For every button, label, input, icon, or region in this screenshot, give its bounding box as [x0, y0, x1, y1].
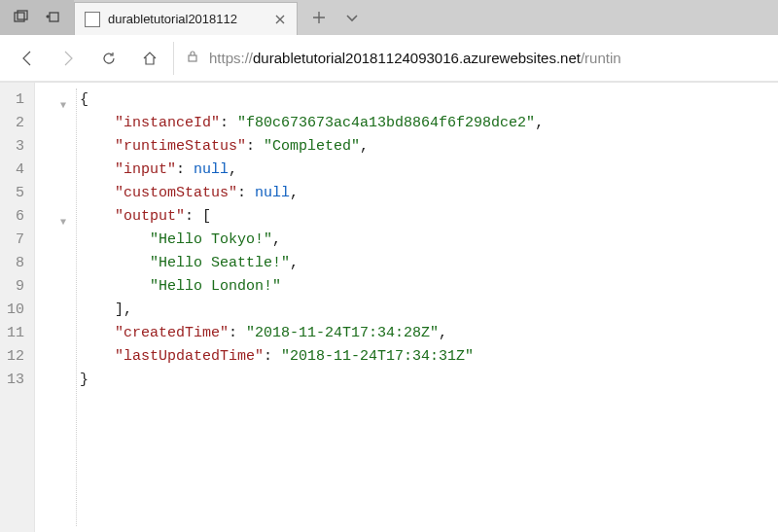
code-line: "Hello Tokyo!", — [35, 229, 778, 252]
code-line: "createdTime": "2018-11-24T17:34:28Z", — [35, 322, 778, 345]
url-path: /runtin — [581, 50, 621, 66]
lock-icon — [186, 50, 199, 66]
browser-navbar: https://durabletutorial20181124093016.az… — [0, 35, 778, 82]
svg-rect-2 — [50, 13, 58, 21]
line-number: 3 — [6, 135, 24, 159]
tab-favicon — [85, 12, 100, 27]
json-code[interactable]: ▼{ "instanceId": "f80c673673ac4a13bd8864… — [35, 83, 778, 532]
code-line: "instanceId": "f80c673673ac4a13bd8864f6f… — [35, 112, 778, 135]
code-line: ▼{ — [35, 89, 778, 112]
line-number: 13 — [6, 369, 24, 392]
line-number: 12 — [6, 345, 24, 369]
line-number-gutter: 1 2 3 4 5 6 7 8 9 10 11 12 13 — [0, 83, 35, 532]
code-line: "Hello Seattle!", — [35, 252, 778, 275]
svg-rect-3 — [189, 55, 196, 61]
line-number: 8 — [6, 252, 24, 275]
code-line: "runtimeStatus": "Completed", — [35, 135, 778, 159]
home-button[interactable] — [132, 41, 167, 76]
line-number: 4 — [6, 159, 24, 182]
set-aside-icon[interactable] — [37, 0, 70, 35]
url-protocol: https:// — [209, 50, 253, 66]
tab-title: durabletutorial2018112 — [108, 12, 265, 26]
url-host: durabletutorial20181124093016.azurewebsi… — [253, 50, 581, 66]
close-tab-button[interactable] — [273, 13, 287, 26]
tab-groups-icon[interactable] — [4, 0, 37, 35]
refresh-button[interactable] — [91, 41, 126, 76]
tabbar-right — [298, 0, 362, 35]
line-number: 7 — [6, 229, 24, 252]
line-number: 10 — [6, 299, 24, 322]
line-number: 9 — [6, 275, 24, 299]
back-button[interactable] — [10, 41, 45, 76]
code-line: ▼ "output": [ — [35, 205, 778, 229]
code-line: "input": null, — [35, 159, 778, 182]
code-line: ], — [35, 299, 778, 322]
line-number: 1 — [6, 89, 24, 112]
forward-button[interactable] — [51, 41, 86, 76]
url-text: https://durabletutorial20181124093016.az… — [209, 50, 621, 66]
code-line: "lastUpdatedTime": "2018-11-24T17:34:31Z… — [35, 345, 778, 369]
address-bar[interactable]: https://durabletutorial20181124093016.az… — [173, 42, 768, 75]
line-number: 5 — [6, 182, 24, 205]
active-tab[interactable]: durabletutorial2018112 — [74, 2, 298, 35]
browser-tabbar: durabletutorial2018112 — [0, 0, 778, 35]
code-line: } — [35, 369, 778, 392]
code-line: "Hello London!" — [35, 275, 778, 299]
line-number: 2 — [6, 112, 24, 135]
tab-actions-button[interactable] — [342, 8, 362, 27]
new-tab-button[interactable] — [309, 8, 329, 27]
tabbar-left-icons — [0, 0, 74, 35]
code-line: "customStatus": null, — [35, 182, 778, 205]
json-viewer: 1 2 3 4 5 6 7 8 9 10 11 12 13 ▼{ "instan… — [0, 82, 778, 532]
line-number: 6 — [6, 205, 24, 229]
line-number: 11 — [6, 322, 24, 345]
